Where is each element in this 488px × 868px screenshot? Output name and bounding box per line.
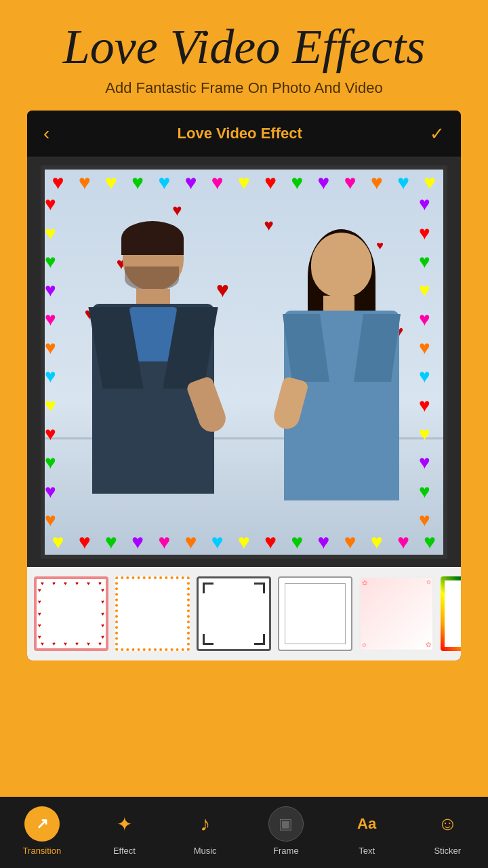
- header-section: Love Video Effects Add Fantastic Frame O…: [0, 0, 488, 111]
- screen-title: Love Video Effect: [178, 125, 302, 142]
- text-icon: Aa: [349, 806, 384, 842]
- music-label: Music: [194, 846, 217, 856]
- toolbar-item-music[interactable]: ♪ Music: [188, 806, 223, 856]
- toolbar-item-text[interactable]: Aa Text: [349, 806, 384, 856]
- toolbar-item-effect[interactable]: ✦ Effect: [106, 806, 142, 856]
- text-label: Text: [359, 846, 375, 856]
- thumb-1[interactable]: ♥ ♥ ♥ ♥ ♥ ♥ ♥ ♥ ♥ ♥ ♥ ♥ ♥ ♥: [34, 576, 108, 651]
- app-title: Love Video Effects: [14, 20, 474, 74]
- woman-figure: [274, 216, 409, 555]
- thumbnails-strip: ♥ ♥ ♥ ♥ ♥ ♥ ♥ ♥ ♥ ♥ ♥ ♥ ♥ ♥: [27, 567, 461, 660]
- effect-label: Effect: [113, 846, 136, 856]
- toolbar-item-sticker[interactable]: ☺ Sticker: [430, 806, 465, 856]
- photo-background: ♥ ♥ ♥ ♥ ♥ ♥ ♥ ♥ ♥ ♥ ♥ ♥ ♥: [45, 170, 443, 555]
- sticker-icon: ☺: [430, 806, 465, 842]
- sticker-label: Sticker: [434, 846, 461, 856]
- photo-frame-container: ♥ ♥ ♥ ♥ ♥ ♥ ♥ ♥ ♥ ♥ ♥ ♥ ♥: [41, 165, 447, 559]
- back-button[interactable]: ‹: [43, 123, 49, 144]
- toolbar-item-transition[interactable]: ↗ Transition: [23, 806, 62, 856]
- thumb-2[interactable]: [115, 576, 190, 651]
- thumb-6[interactable]: [441, 576, 461, 651]
- transition-icon: ↗: [24, 806, 60, 842]
- transition-label: Transition: [23, 846, 62, 856]
- video-frame-area: ♥ ♥ ♥ ♥ ♥ ♥ ♥ ♥ ♥ ♥ ♥ ♥ ♥: [27, 157, 461, 567]
- thumb-3[interactable]: [197, 576, 271, 651]
- effect-icon: ✦: [106, 806, 142, 842]
- top-bar: ‹ Love Video Effect ✓: [27, 111, 461, 157]
- man-figure: [85, 202, 221, 555]
- floating-heart-2: ♥: [264, 216, 273, 235]
- main-panel: ‹ Love Video Effect ✓ ♥ ♥ ♥ ♥ ♥ ♥ ♥ ♥ ♥: [27, 111, 461, 660]
- confirm-button[interactable]: ✓: [430, 123, 445, 144]
- app-subtitle: Add Fantastic Frame On Photo And Video: [14, 79, 474, 97]
- toolbar-item-frame[interactable]: ▣ Frame: [268, 806, 304, 856]
- frame-label: Frame: [273, 846, 299, 856]
- thumb-5[interactable]: ✿ ✿ ✿ ✿: [359, 576, 434, 651]
- music-icon: ♪: [188, 806, 223, 842]
- frame-icon: ▣: [268, 806, 304, 842]
- bottom-toolbar: ↗ Transition ✦ Effect ♪ Music ▣ Frame Aa…: [0, 797, 488, 868]
- thumb-4[interactable]: [278, 576, 352, 651]
